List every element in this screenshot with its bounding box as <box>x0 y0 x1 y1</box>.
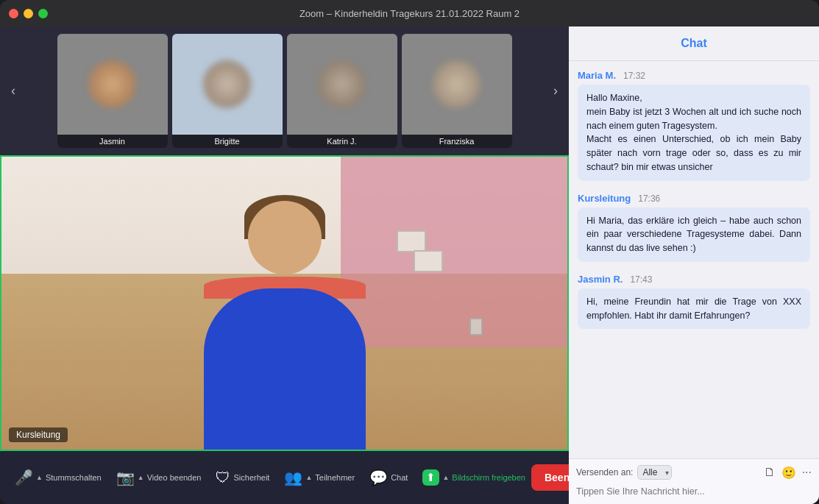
thumbnail-katrinj[interactable]: Katrin J. <box>287 34 397 148</box>
mute-button[interactable]: 🎤 ▲ Stummschalten <box>9 464 107 491</box>
msg-time-1: 17:36 <box>638 194 660 204</box>
thumb-name-franziska: Franziska <box>402 135 512 148</box>
camera-icon: 📷 <box>116 469 135 486</box>
titlebar: Zoom – Kinderheldin Tragekurs 21.01.2022… <box>0 0 819 26</box>
chat-message-0: Maria M. 17:32 Hallo Maxine, mein Baby i… <box>578 70 810 181</box>
thumb-img-jasmin <box>57 34 168 135</box>
maximize-button[interactable] <box>38 9 48 18</box>
participants-button[interactable]: 👥 ▲ Teilnehmer <box>278 464 361 491</box>
attachment-icon[interactable]: 🗋 <box>764 466 776 479</box>
msg-time-0: 17:32 <box>623 71 645 81</box>
msg-sender-1: Kursleitung <box>578 193 631 204</box>
person-silhouette <box>152 157 417 450</box>
security-button[interactable]: 🛡 Sicherheit <box>210 465 275 491</box>
prev-nav-button[interactable]: ‹ <box>0 32 26 149</box>
video-label: Video beenden <box>147 473 202 482</box>
thumbnail-jasmin[interactable]: Jasmin <box>57 34 168 148</box>
msg-time-2: 17:43 <box>630 274 652 285</box>
chat-message-1: Kursleitung 17:36 Hi Maria, das erkläre … <box>578 193 810 262</box>
msg-sender-2: Jasmin R. <box>578 274 623 285</box>
person-head <box>248 201 322 274</box>
chat-message-2: Jasmin R. 17:43 Hi, meine Freundin hat m… <box>578 274 810 330</box>
participants-icon: 👥 <box>284 469 302 486</box>
main-content: ‹ Jasmin Brigitte <box>0 26 819 504</box>
toolbar: 🎤 ▲ Stummschalten 📷 ▲ Video beenden 🛡 Si… <box>0 451 569 504</box>
participants-label: Teilnehmer <box>315 473 355 482</box>
thumbnail-list: Jasmin Brigitte Katrin J. <box>26 34 542 148</box>
close-button[interactable] <box>9 9 18 18</box>
chat-label: Chat <box>391 473 408 482</box>
more-options-icon[interactable]: ··· <box>802 466 812 479</box>
wall-element-2 <box>414 250 443 272</box>
thumb-img-franziska <box>402 34 512 135</box>
send-to-wrapper[interactable]: Alle <box>637 465 672 480</box>
participants-chevron: ▲ <box>305 474 312 481</box>
window-title: Zoom – Kinderheldin Tragekurs 21.01.2022… <box>299 8 520 19</box>
shield-icon: 🛡 <box>216 469 230 486</box>
msg-meta-2: Jasmin R. 17:43 <box>578 274 810 285</box>
person-body <box>204 288 366 450</box>
msg-sender-0: Maria M. <box>578 70 616 81</box>
thumbnail-brigitte[interactable]: Brigitte <box>172 34 283 148</box>
chat-footer-icons: 🗋 🙂 ··· <box>764 466 812 480</box>
send-to-label: Versenden an: <box>576 467 633 478</box>
msg-bubble-2: Hi, meine Freundin hat mir die Trage von… <box>578 288 810 330</box>
toolbar-items: 🎤 ▲ Stummschalten 📷 ▲ Video beenden 🛡 Si… <box>9 464 531 491</box>
chat-input[interactable] <box>576 485 812 498</box>
share-chevron: ▲ <box>442 474 449 481</box>
chat-footer-top: Versenden an: Alle 🗋 🙂 ··· <box>576 465 812 480</box>
minimize-button[interactable] <box>24 9 33 18</box>
chat-icon: 💬 <box>369 469 388 486</box>
chat-footer: Versenden an: Alle 🗋 🙂 ··· <box>569 458 819 504</box>
msg-meta-0: Maria M. 17:32 <box>578 70 810 81</box>
window-controls <box>9 9 48 18</box>
thumbnail-strip: ‹ Jasmin Brigitte <box>0 26 569 155</box>
video-background: Kursleitung <box>1 157 567 450</box>
share-label: Bildschirm freigeben <box>452 473 525 482</box>
microphone-icon: 🎤 <box>15 469 33 486</box>
msg-bubble-1: Hi Maria, das erkläre ich gleich – habe … <box>578 207 810 262</box>
thumb-img-brigitte <box>172 34 283 135</box>
video-button[interactable]: 📷 ▲ Video beenden <box>110 464 208 491</box>
chat-button[interactable]: 💬 Chat <box>364 464 414 491</box>
thumb-name-brigitte: Brigitte <box>172 135 283 148</box>
next-nav-button[interactable]: › <box>542 32 569 149</box>
video-panel: ‹ Jasmin Brigitte <box>0 26 569 504</box>
msg-meta-1: Kursleitung 17:36 <box>578 193 810 204</box>
thumbnail-franziska[interactable]: Franziska <box>402 34 512 148</box>
mute-chevron: ▲ <box>36 474 43 481</box>
share-screen-button[interactable]: ⬆ ▲ Bildschirm freigeben <box>416 465 531 490</box>
thumb-name-jasmin: Jasmin <box>57 135 168 148</box>
security-label: Sicherheit <box>233 473 269 482</box>
chat-panel: Chat Maria M. 17:32 Hallo Maxine, mein B… <box>569 26 819 504</box>
emoji-icon[interactable]: 🙂 <box>781 466 796 480</box>
chat-messages: Maria M. 17:32 Hallo Maxine, mein Baby i… <box>569 61 819 458</box>
video-chevron: ▲ <box>138 474 144 481</box>
main-video: Kursleitung <box>0 155 569 451</box>
thumb-name-katrinj: Katrin J. <box>287 135 397 148</box>
end-meeting-button[interactable]: Beenden <box>531 464 569 491</box>
thumb-img-katrinj <box>287 34 397 135</box>
speaker-label: Kursleitung <box>9 427 68 442</box>
send-to-select[interactable]: Alle <box>637 465 672 480</box>
chat-header: Chat <box>569 26 819 61</box>
share-icon: ⬆ <box>422 469 439 486</box>
wall-socket <box>469 318 483 336</box>
mute-label: Stummschalten <box>46 473 102 482</box>
msg-bubble-0: Hallo Maxine, mein Baby ist jetzt 3 Woch… <box>578 85 810 181</box>
